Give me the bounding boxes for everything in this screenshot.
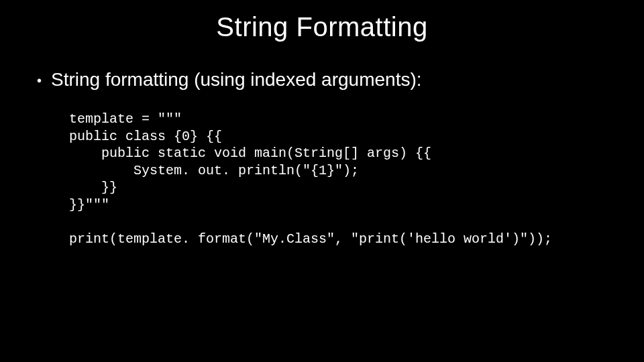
bullet-text: String formatting (using indexed argumen… xyxy=(51,69,422,90)
code-block: template = """ public class {0} {{ publi… xyxy=(37,111,617,248)
bullet-dot-icon: • xyxy=(37,69,42,92)
bullet-item: • String formatting (using indexed argum… xyxy=(37,69,617,92)
slide-title: String Formatting xyxy=(0,0,644,49)
slide-content: • String formatting (using indexed argum… xyxy=(0,49,644,248)
slide: String Formatting • String formatting (u… xyxy=(0,0,644,362)
